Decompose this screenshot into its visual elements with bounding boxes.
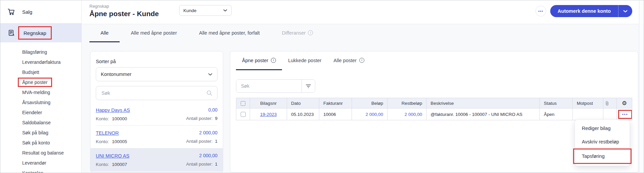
sort-select[interactable]: Kontonummer (96, 67, 217, 81)
ledger-icon (8, 30, 15, 36)
sidebar-item-resultat-og-balanse[interactable]: Resultat og balanse (0, 148, 81, 158)
accounts-list: Happy Days AS Konto:100000 0,00 Antall p… (96, 103, 217, 172)
menu-item-avskriv-restbelop[interactable]: Avskriv restbeløp (575, 135, 630, 148)
content-area: Sorter på Kontonummer (82, 42, 644, 173)
annotation-box-apne-poster: Åpne poster (18, 78, 52, 87)
table-search (236, 79, 315, 93)
ledger-tabs: Åpne poster i Lukkede poster Alle poster… (236, 51, 632, 70)
menu-item-rediger-bilag[interactable]: Rediger bilag (575, 122, 630, 135)
view-tabs: Alle Alle med åpne poster Alle med åpne … (82, 24, 644, 42)
count-label: Antall poster: (186, 139, 213, 144)
konto-label: Konto: (96, 162, 109, 167)
filter-button[interactable] (301, 80, 315, 92)
sidebar-item-saldobalanse[interactable]: Saldobalanse (0, 118, 81, 128)
column-header-restbelop: Restbeløp (388, 98, 427, 109)
sidebar-item-eiendeler[interactable]: Eiendeler (0, 107, 81, 118)
filter-icon (306, 84, 311, 89)
sidebar-item-sok-pa-bilag[interactable]: Søk på bilag (0, 128, 81, 138)
automark-dropdown-toggle[interactable] (618, 5, 632, 17)
account-link[interactable]: TELENOR (96, 130, 119, 136)
accounts-panel: Sorter på Kontonummer (90, 51, 223, 173)
count-value: 1 (215, 162, 217, 167)
cell-belop: 2 000,00 (352, 109, 388, 120)
sidebar-item-leverandorfaktura[interactable]: Leverandørfaktura (0, 57, 81, 67)
main-area: Regnskap Åpne poster - Kunde Kunde ••• A… (82, 0, 644, 173)
table-toolbar (236, 79, 632, 93)
header-actions: ••• Automerk denne konto (535, 5, 632, 17)
select-all-icon[interactable] (241, 101, 245, 106)
more-actions-button[interactable]: ••• (535, 6, 546, 16)
sidebar-item-label: Salg (22, 9, 32, 15)
sidebar-item-leverandor[interactable]: Leverandør (0, 158, 81, 168)
sidebar-item-apne-poster[interactable]: Åpne poster (0, 77, 81, 87)
cell-attachment (603, 109, 617, 120)
menu-item-tapsforing[interactable]: Tapsføring (574, 149, 631, 163)
sidebar-item-budsjett[interactable]: Budsjett (0, 67, 81, 77)
table-search-input[interactable] (236, 80, 301, 92)
account-link[interactable]: Happy Days AS (96, 107, 130, 113)
account-row-telenor[interactable]: TELENOR Konto:100005 2 000,00 Antall pos… (96, 125, 217, 148)
account-amount: 2 000,00 (186, 130, 217, 135)
sidebar-submenu: Bilagsføring Leverandørfaktura Budsjett … (0, 42, 81, 173)
tab-differanser: Differanser i (271, 24, 324, 42)
sidebar-item-kontoplan[interactable]: Kontoplan (0, 168, 81, 173)
sidebar-item-sok-pa-konto[interactable]: Søk på konto (0, 138, 81, 148)
tab-lukkede-poster[interactable]: Lukkede poster (282, 51, 327, 70)
account-row-uni-micro-selected[interactable]: UNI MICRO AS Konto:100007 2 000,00 Antal… (90, 148, 223, 172)
tab-alle-med-apne-poster-forfalt[interactable]: Alle med åpne poster, forfalt (188, 24, 271, 42)
column-header-belop: Beløp (352, 98, 388, 109)
row-actions-button[interactable]: ••• (622, 113, 628, 116)
cell-fakturanr: 10006 (319, 109, 352, 120)
tab-apne-poster[interactable]: Åpne poster i (236, 51, 282, 70)
sidebar-item-salg[interactable]: Salg (0, 0, 81, 23)
sidebar-item-bilagsforing[interactable]: Bilagsføring (0, 47, 81, 57)
account-amount: 0,00 (186, 107, 217, 113)
bilagsnr-link[interactable]: 19-2023 (260, 112, 277, 117)
konto-value: 100005 (112, 139, 127, 144)
konto-label: Konto: (96, 116, 109, 121)
tab-alle-poster[interactable]: Alle poster i (327, 51, 370, 70)
konto-value: 100000 (112, 116, 127, 121)
table-row: 19-2023 05.10.2023 10006 2 000,00 2 000,… (236, 109, 632, 120)
account-type-select[interactable]: Kunde (179, 5, 232, 16)
app-window: Salg Regnskap Bilagsføring Leverandørfak… (0, 0, 644, 173)
automark-button[interactable]: Automerk denne konto (550, 5, 618, 17)
account-row-happy-days[interactable]: Happy Days AS Konto:100000 0,00 Antall p… (96, 103, 217, 125)
cell-dato: 05.10.2023 (287, 109, 319, 120)
account-link[interactable]: UNI MICRO AS (96, 153, 129, 159)
accounts-search-input[interactable] (101, 90, 206, 96)
title-block: Regnskap Åpne poster - Kunde (89, 4, 159, 18)
count-value: 1 (215, 139, 217, 144)
sidebar-item-mva-melding[interactable]: MVA-melding (0, 87, 81, 97)
page-header: Regnskap Åpne poster - Kunde Kunde ••• A… (82, 0, 644, 24)
scrollbar-track[interactable] (639, 1, 643, 172)
automark-split-button: Automerk denne konto (550, 5, 632, 17)
page-title: Åpne poster - Kunde (89, 10, 159, 18)
count-value: 9 (215, 116, 217, 121)
count-label: Antall poster: (186, 162, 213, 167)
account-type-value: Kunde (184, 8, 197, 13)
accounts-search (96, 86, 217, 100)
tab-alle[interactable]: Alle (89, 24, 120, 42)
tab-alle-med-apne-poster[interactable]: Alle med åpne poster (120, 24, 188, 42)
cell-actions: ••• (617, 109, 632, 120)
cell-bilagsnr: 19-2023 (250, 109, 287, 120)
annotation-box-regnskap: Regnskap (18, 26, 52, 40)
gear-icon[interactable]: ⚙ (622, 100, 627, 106)
chevron-down-icon (223, 9, 227, 12)
breadcrumb: Regnskap (89, 4, 159, 9)
column-header-status: Status (540, 98, 573, 109)
sort-select-value: Kontonummer (101, 72, 131, 77)
row-checkbox[interactable] (241, 112, 246, 117)
table-header-row: Bilagsnr Dato Fakturanr Beløp Restbeløp … (236, 98, 632, 109)
sort-label: Sorter på (96, 59, 217, 64)
sidebar-item-arsavslutning[interactable]: Årsavslutning (0, 97, 81, 107)
ellipsis-icon: ••• (538, 9, 544, 13)
info-icon: i (308, 30, 313, 35)
sidebar-item-regnskap[interactable]: Regnskap (0, 24, 81, 42)
column-header-fakturanr: Fakturanr (319, 98, 352, 109)
search-icon (206, 90, 212, 96)
column-header-bilagsnr: Bilagsnr (250, 98, 287, 109)
annotation-box-row-actions: ••• (618, 110, 632, 119)
column-header-motpost: Motpost (573, 98, 603, 109)
